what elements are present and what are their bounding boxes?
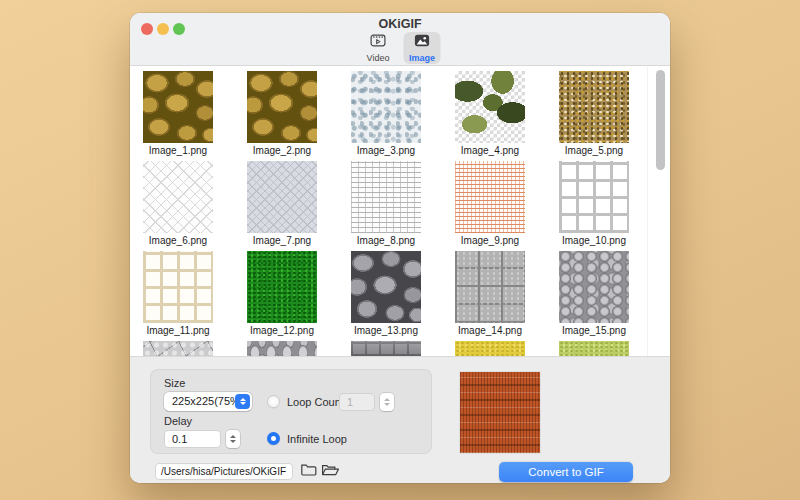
thumbnail-label: Image_6.png — [149, 235, 207, 246]
grid-row-1: Image_1.png Image_2.png Image_3.png Imag… — [143, 71, 629, 156]
loop-count-stepper[interactable] — [380, 393, 394, 411]
thumbnail-item[interactable]: Image_10.png — [559, 161, 629, 246]
title-bar: OKiGIF Video — [130, 13, 670, 66]
thumbnail-label: Image_8.png — [357, 235, 415, 246]
thumbnail-item[interactable]: Image_1.png — [143, 71, 213, 156]
thumbnail-image-7 — [247, 161, 317, 233]
grid-row-4-partial — [143, 341, 629, 356]
thumbnail-item[interactable]: Image_8.png — [351, 161, 421, 246]
tab-video-label: Video — [367, 53, 390, 63]
thumbnail-image-17 — [247, 341, 317, 356]
thumbnail-image-19 — [455, 341, 525, 356]
thumbnail-image-1 — [143, 71, 213, 143]
thumbnail-image-6 — [143, 161, 213, 233]
thumbnail-label: Image_14.png — [458, 325, 522, 336]
infinite-loop-radio[interactable] — [267, 432, 280, 445]
thumbnail-item[interactable]: Image_11.png — [143, 251, 213, 336]
thumbnail-item[interactable]: Image_3.png — [351, 71, 421, 156]
thumbnail-item[interactable] — [247, 341, 317, 356]
loop-count-label: Loop Count — [287, 396, 344, 408]
size-label: Size — [164, 377, 185, 389]
thumbnail-label: Image_4.png — [461, 145, 519, 156]
tab-image[interactable]: Image — [404, 32, 441, 64]
video-icon — [370, 33, 387, 52]
folder-icon — [300, 462, 317, 481]
infinite-loop-label: Infinite Loop — [287, 433, 347, 445]
thumbnail-item[interactable]: Image_6.png — [143, 161, 213, 246]
thumbnail-item[interactable] — [455, 341, 525, 356]
mode-tabs: Video Image — [360, 32, 441, 64]
thumbnail-item[interactable]: Image_7.png — [247, 161, 317, 246]
grid-row-2: Image_6.png Image_7.png Image_8.png Imag… — [143, 161, 629, 246]
thumbnail-item[interactable]: Image_12.png — [247, 251, 317, 336]
delay-label: Delay — [164, 415, 192, 427]
thumbnail-label: Image_7.png — [253, 235, 311, 246]
thumbnail-image-12 — [247, 251, 317, 323]
thumbnail-item[interactable] — [559, 341, 629, 356]
delay-stepper[interactable] — [226, 430, 240, 448]
gif-preview-image — [460, 372, 540, 453]
loop-count-field[interactable]: 1 — [339, 393, 375, 411]
grid-row-3: Image_11.png Image_12.png Image_13.png I… — [143, 251, 629, 336]
tab-video[interactable]: Video — [360, 32, 397, 64]
thumbnail-label: Image_12.png — [250, 325, 314, 336]
thumbnail-item[interactable]: Image_2.png — [247, 71, 317, 156]
thumbnail-item[interactable]: Image_4.png — [455, 71, 525, 156]
thumbnail-image-13 — [351, 251, 421, 323]
thumbnail-image-16 — [143, 341, 213, 356]
thumbnail-label: Image_10.png — [562, 235, 626, 246]
scrollbar-track — [647, 67, 648, 356]
thumbnail-image-14 — [455, 251, 525, 323]
thumbnail-item[interactable]: Image_14.png — [455, 251, 525, 336]
thumbnail-image-8 — [351, 161, 421, 233]
thumbnail-label: Image_15.png — [562, 325, 626, 336]
loop-count-radio[interactable] — [267, 395, 280, 408]
thumbnail-image-10 — [559, 161, 629, 233]
thumbnail-item[interactable] — [143, 341, 213, 356]
thumbnail-image-20 — [559, 341, 629, 356]
window-title: OKiGIF — [130, 17, 670, 31]
thumbnail-image-5 — [559, 71, 629, 143]
thumbnail-item[interactable]: Image_13.png — [351, 251, 421, 336]
output-path-field[interactable]: /Users/hisa/Pictures/OKiGIF — [155, 463, 293, 480]
select-stepper-icon — [235, 394, 250, 409]
scrollbar-thumb[interactable] — [656, 70, 665, 170]
thumbnail-label: Image_5.png — [565, 145, 623, 156]
settings-panel: Size 225x225(75%) Loop Count 1 Delay 0.1 — [130, 356, 670, 483]
desktop: OKiGIF Video — [0, 0, 800, 500]
thumbnail-image-11 — [143, 251, 213, 323]
thumbnail-image-4 — [455, 71, 525, 143]
tab-image-label: Image — [409, 53, 435, 63]
thumbnail-label: Image_9.png — [461, 235, 519, 246]
gif-options-box: Size 225x225(75%) Loop Count 1 Delay 0.1 — [150, 369, 432, 454]
thumbnail-label: Image_11.png — [146, 325, 209, 336]
thumbnail-image-2 — [247, 71, 317, 143]
size-select-value: 225x225(75%) — [172, 395, 244, 407]
folder-button[interactable] — [298, 462, 318, 480]
thumbnail-label: Image_3.png — [357, 145, 415, 156]
delay-field[interactable]: 0.1 — [164, 430, 221, 448]
thumbnail-item[interactable]: Image_5.png — [559, 71, 629, 156]
size-select[interactable]: 225x225(75%) — [164, 392, 252, 411]
open-folder-button[interactable] — [320, 462, 340, 480]
okigif-window: OKiGIF Video — [130, 13, 670, 483]
open-folder-icon — [321, 462, 340, 481]
thumbnail-image-18 — [351, 341, 421, 356]
thumbnail-image-3 — [351, 71, 421, 143]
image-icon — [414, 33, 431, 52]
thumbnail-image-15 — [559, 251, 629, 323]
thumbnail-item[interactable]: Image_15.png — [559, 251, 629, 336]
thumbnail-image-9 — [455, 161, 525, 233]
thumbnail-label: Image_13.png — [354, 325, 418, 336]
thumbnail-label: Image_1.png — [149, 145, 207, 156]
thumbnail-item[interactable] — [351, 341, 421, 356]
thumbnail-label: Image_2.png — [253, 145, 311, 156]
thumbnail-item[interactable]: Image_9.png — [455, 161, 525, 246]
image-grid: Image_1.png Image_2.png Image_3.png Imag… — [130, 67, 670, 356]
convert-to-gif-button[interactable]: Convert to GIF — [499, 462, 633, 482]
